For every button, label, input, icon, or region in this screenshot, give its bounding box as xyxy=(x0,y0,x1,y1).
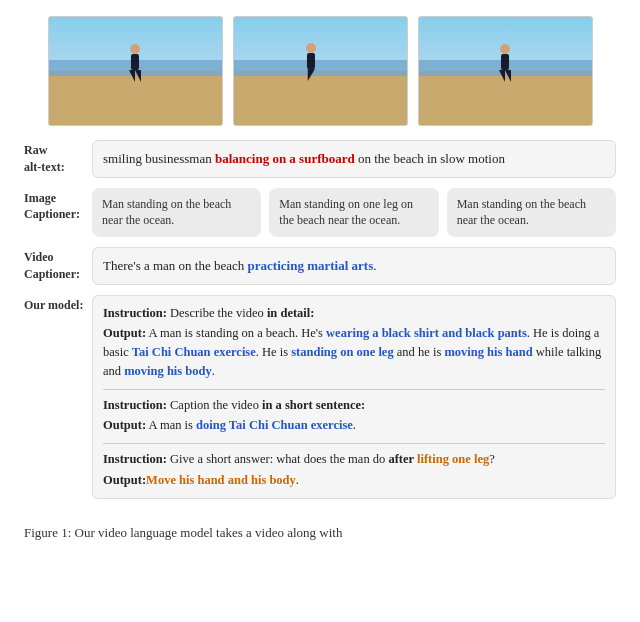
video-frame-2 xyxy=(233,16,408,126)
our-model-label: Our model: xyxy=(24,295,92,314)
instruction-text-3: Give a short answer: what does the man d… xyxy=(167,452,388,466)
our-model-row: Our model: Instruction: Describe the vid… xyxy=(24,295,616,499)
divider-1 xyxy=(103,389,605,390)
output-highlight-1e: moving his body xyxy=(124,364,212,378)
instruction-line-2: Instruction: Caption the video in a shor… xyxy=(103,396,605,415)
output-text-3b: . xyxy=(296,473,299,487)
output-label-2: Output: xyxy=(103,418,146,432)
instruction-label-3: Instruction: xyxy=(103,452,167,466)
instruction-bold-2: in a short sentence: xyxy=(262,398,365,412)
output-highlight-1b: Tai Chi Chuan exercise xyxy=(132,345,256,359)
video-captioner-content: There's a man on the beach practicing ma… xyxy=(92,247,616,285)
video-frame-1 xyxy=(48,16,223,126)
instruction-line-3: Instruction: Give a short answer: what d… xyxy=(103,450,605,469)
alt-text-prefix: smiling businessman xyxy=(103,151,215,166)
caption-box-2: Man standing on one leg on the beach nea… xyxy=(269,188,438,238)
divider-2 xyxy=(103,443,605,444)
figure-caption: Figure 1: Our video language model takes… xyxy=(24,523,616,543)
instruction-label-2: Instruction: xyxy=(103,398,167,412)
output-label-1: Output: xyxy=(103,326,146,340)
our-model-content: Instruction: Describe the video in detai… xyxy=(92,295,616,499)
alt-text-suffix: on the beach in slow motion xyxy=(355,151,505,166)
model-section-1: Instruction: Describe the video in detai… xyxy=(103,304,605,381)
output-line-1: Output: A man is standing on a beach. He… xyxy=(103,324,605,380)
instruction-bold-3: after xyxy=(388,452,417,466)
output-text-1d: and he is xyxy=(394,345,445,359)
video-captioner-label: VideoCaptioner: xyxy=(24,247,92,283)
instruction-text-1: Describe the video xyxy=(167,306,267,320)
output-highlight-2a: doing Tai Chi Chuan exercise xyxy=(196,418,353,432)
figure-caption-text: Figure 1: Our video language model takes… xyxy=(24,525,342,540)
instruction-suffix-3: ? xyxy=(489,452,495,466)
output-text-2b: . xyxy=(353,418,356,432)
image-captioner-content: Man standing on the beach near the ocean… xyxy=(92,188,616,238)
caption-boxes: Man standing on the beach near the ocean… xyxy=(92,188,616,238)
output-text-1a: A man is standing on a beach. He's xyxy=(146,326,326,340)
output-highlight-1a: wearing a black shirt and black pants xyxy=(326,326,527,340)
content-area: Raw alt-text: smiling businessman balanc… xyxy=(24,140,616,509)
alt-text-label: Raw alt-text: xyxy=(24,140,92,176)
video-caption-prefix: There's a man on the beach xyxy=(103,258,248,273)
video-caption-box: There's a man on the beach practicing ma… xyxy=(92,247,616,285)
alt-text-content: smiling businessman balancing on a surfb… xyxy=(92,140,616,178)
image-captioner-row: ImageCaptioner: Man standing on the beac… xyxy=(24,188,616,238)
instruction-bold-1: in detail: xyxy=(267,306,315,320)
video-caption-highlight: practicing martial arts xyxy=(248,258,374,273)
output-text-2a: A man is xyxy=(146,418,196,432)
output-text-1c: . He is xyxy=(256,345,291,359)
model-section-3: Instruction: Give a short answer: what d… xyxy=(103,450,605,490)
model-box: Instruction: Describe the video in detai… xyxy=(92,295,616,499)
video-captioner-row: VideoCaptioner: There's a man on the bea… xyxy=(24,247,616,285)
output-line-3: Output:Move his hand and his body. xyxy=(103,471,605,490)
instruction-highlight-3: lifting one leg xyxy=(417,452,489,466)
caption-box-1: Man standing on the beach near the ocean… xyxy=(92,188,261,238)
alt-text-highlight: balancing on a surfboard xyxy=(215,151,355,166)
output-line-2: Output: A man is doing Tai Chi Chuan exe… xyxy=(103,416,605,435)
image-captioner-label: ImageCaptioner: xyxy=(24,188,92,224)
instruction-label-1: Instruction: xyxy=(103,306,167,320)
output-highlight-3: Move his hand and his body xyxy=(146,473,296,487)
output-highlight-1d: moving his hand xyxy=(444,345,532,359)
alt-text-box: smiling businessman balancing on a surfb… xyxy=(92,140,616,178)
alt-text-row: Raw alt-text: smiling businessman balanc… xyxy=(24,140,616,178)
output-text-1f: . xyxy=(212,364,215,378)
images-row xyxy=(24,16,616,126)
output-label-3: Output: xyxy=(103,473,146,487)
instruction-line-1: Instruction: Describe the video in detai… xyxy=(103,304,605,323)
caption-box-3: Man standing on the beach near the ocean… xyxy=(447,188,616,238)
video-caption-suffix: . xyxy=(373,258,376,273)
instruction-text-2: Caption the video xyxy=(167,398,262,412)
model-section-2: Instruction: Caption the video in a shor… xyxy=(103,396,605,436)
output-highlight-1c: standing on one leg xyxy=(291,345,393,359)
video-frame-3 xyxy=(418,16,593,126)
